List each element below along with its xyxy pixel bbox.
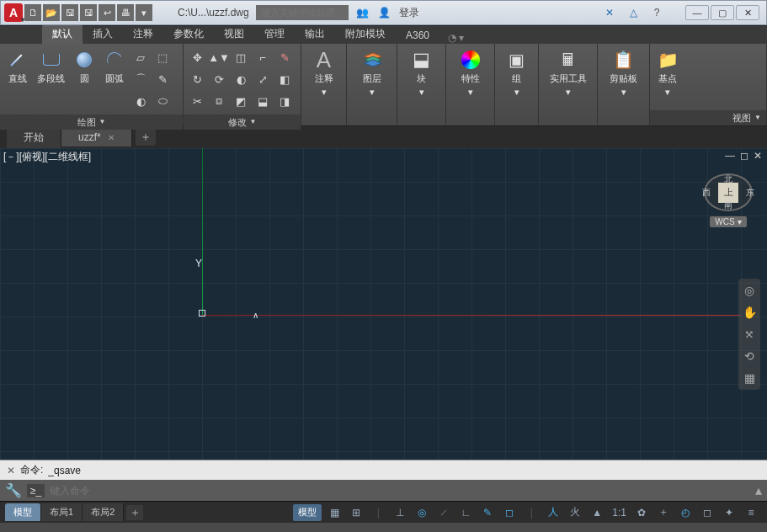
nav-pan-icon[interactable]: ✋ [743,306,757,319]
viewcube-west[interactable]: 西 [702,187,711,199]
draw-small-6[interactable]: ⬭ [152,91,173,111]
tool-utilities[interactable]: 🖩 实用工具 ▾ [546,47,590,99]
command-input[interactable] [50,485,750,497]
modify-scale-icon[interactable]: ⧈ [209,91,229,111]
tool-group[interactable]: ▣ 组 ▾ [503,47,531,99]
file-tab-start[interactable]: 开始 [7,127,61,148]
viewcube-north[interactable]: 北 [724,173,732,185]
help-search-input[interactable] [256,5,349,20]
maximize-button[interactable]: ▢ [711,5,734,20]
nav-wheel-icon[interactable]: ◎ [744,284,754,297]
viewport-label[interactable]: [－][俯视][二维线框] [3,150,91,164]
tab-view[interactable]: 视图 [214,24,254,44]
viewport-close-icon[interactable]: ✕ [754,150,762,162]
status-model-button[interactable]: 模型 [293,504,322,521]
modify-9-icon[interactable]: ⌐ [253,47,273,67]
close-icon[interactable]: ✕ [108,133,115,142]
login-link[interactable]: 登录 [399,6,419,20]
status-annovis-icon[interactable]: ▲ [588,504,606,521]
draw-small-3[interactable]: ◐ [130,91,151,111]
qat-open-icon[interactable]: 📂 [43,4,60,21]
status-snap-icon[interactable]: ⊞ [347,504,365,521]
tool-circle[interactable]: 圆 [70,47,99,87]
status-isoplane-icon[interactable]: ⟋ [434,504,453,521]
modify-13-icon[interactable]: ◧ [274,69,295,89]
status-cleanscreen-icon[interactable]: ✦ [720,504,738,521]
qat-more-icon[interactable]: ▾ [136,4,152,21]
nav-orbit-icon[interactable]: ⟲ [744,349,754,363]
help-icon[interactable]: ? [649,5,664,20]
modify-trim-icon[interactable]: ◫ [231,47,251,67]
modify-11-icon[interactable]: ⬓ [253,91,273,111]
qat-print-icon[interactable]: 🖶 [117,4,134,21]
tool-clipboard[interactable]: 📋 剪贴板 ▾ [606,47,641,99]
viewcube-east[interactable]: 东 [746,187,754,199]
modify-10-icon[interactable]: ⤢ [253,69,273,89]
tool-polyline[interactable]: 多段线 [34,47,68,87]
tab-param[interactable]: 参数化 [163,24,214,44]
nav-showmotion-icon[interactable]: ▦ [744,371,755,385]
viewport-maximize-icon[interactable]: ◻ [740,150,748,162]
wcs-dropdown[interactable]: WCS▾ [710,216,746,227]
modify-mirror-icon[interactable]: ⟳ [209,69,229,89]
close-button[interactable]: ✕ [736,5,759,20]
tab-output[interactable]: 输出 [295,24,335,44]
status-gear-icon[interactable]: ✿ [632,504,651,521]
a360-icon[interactable]: △ [626,5,641,20]
tab-manage[interactable]: 管理 [254,24,295,44]
file-tab-new[interactable]: ＋ [136,129,156,146]
layout-tab-model[interactable]: 模型 [5,503,41,521]
status-annomonitor-icon[interactable]: 火 [566,504,584,521]
file-tab-uzzf[interactable]: uzzf*✕ [61,128,132,146]
tab-addins[interactable]: 附加模块 [335,24,396,44]
viewport-minimize-icon[interactable]: — [725,150,735,162]
status-osnap-icon[interactable]: ∟ [456,504,475,521]
modify-stretch-icon[interactable]: ✂ [187,91,207,111]
tool-line[interactable]: 直线 [3,47,32,87]
tool-properties[interactable]: 特性 ▾ [456,47,485,99]
cmd-customize-icon[interactable]: 🔧 [5,482,22,498]
panel-modify-footer[interactable]: 修改▼ [184,114,301,130]
tab-extra-icon[interactable]: ◔ ▾ [448,32,464,44]
qat-saveas-icon[interactable]: 🖫 [80,4,97,21]
tab-default[interactable]: 默认 [42,24,83,44]
cmd-close-icon[interactable]: ✕ [7,465,15,476]
tab-insert[interactable]: 插入 [83,24,123,44]
status-2dosnap-icon[interactable]: ◻ [500,504,519,521]
layout-tab-1[interactable]: 布局1 [41,503,83,521]
viewcube-south[interactable]: 南 [724,200,732,211]
draw-small-1[interactable]: ▱ [130,47,151,67]
modify-fillet-icon[interactable]: ◐ [231,69,251,89]
drawing-canvas[interactable]: [－][俯视][二维线框] — ◻ ✕ Y ∧ 上 北 南 东 西 WCS▾ ◎… [0,148,767,460]
panel-draw-footer[interactable]: 绘图▼ [0,114,183,130]
status-polar-icon[interactable]: ◎ [413,504,431,521]
status-grid-icon[interactable]: ▦ [325,504,344,521]
minimize-button[interactable]: — [685,5,709,20]
tool-arc[interactable]: 圆弧 [100,47,129,87]
draw-small-2[interactable]: ⌒ [130,69,151,89]
status-otrack-icon[interactable]: ✎ [478,504,497,521]
status-hwacc-icon[interactable]: ◻ [698,504,716,521]
status-plus-icon[interactable]: ＋ [654,504,673,521]
tool-annotate[interactable]: A 注释 ▾ [310,47,338,99]
status-customize-icon[interactable]: ≡ [742,504,760,521]
modify-rotate-icon[interactable]: ▲▼ [209,47,229,67]
layout-tab-new[interactable]: ＋ [126,505,143,520]
app-menu-button[interactable]: A [4,3,23,22]
binoculars-icon[interactable]: 👥 [355,5,370,20]
layout-tab-2[interactable]: 布局2 [83,503,124,521]
draw-small-5[interactable]: ✎ [152,69,173,89]
nav-zoom-icon[interactable]: ⤧ [744,327,754,341]
qat-undo-icon[interactable]: ↩ [99,4,115,21]
viewcube[interactable]: 上 北 南 东 西 WCS▾ [701,173,755,227]
modify-erase-icon[interactable]: ✎ [274,47,295,67]
status-scale-label[interactable]: 1:1 [610,504,629,521]
tab-annotate[interactable]: 注释 [123,24,163,44]
qat-save-icon[interactable]: 🖫 [61,4,78,21]
tab-a360[interactable]: A360 [396,27,439,44]
cmd-expand-icon[interactable]: ▴ [755,482,762,498]
status-annoscale-person-icon[interactable]: 人 [544,504,562,521]
tool-block[interactable]: ⬓ 块 ▾ [407,47,436,99]
exchange-icon[interactable]: ✕ [602,5,617,20]
modify-move-icon[interactable]: ✥ [187,47,207,67]
